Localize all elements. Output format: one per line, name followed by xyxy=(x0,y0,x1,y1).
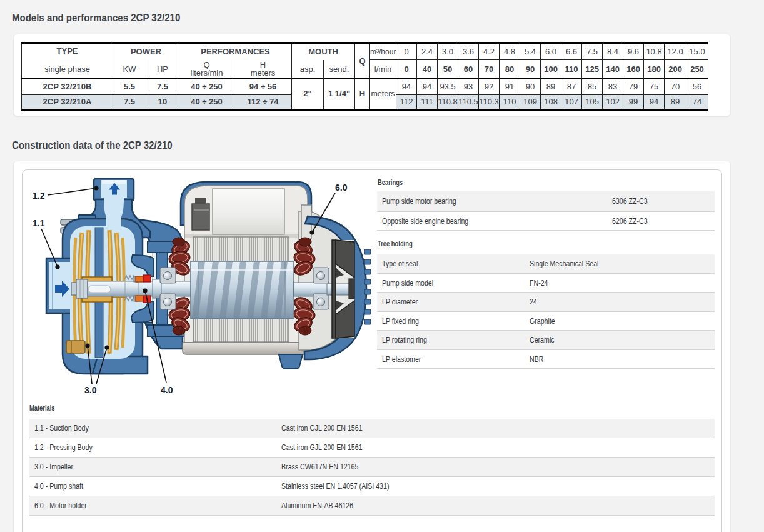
svg-text:4.0: 4.0 xyxy=(161,385,173,395)
svg-text:1.2: 1.2 xyxy=(33,191,45,201)
svg-text:6.0: 6.0 xyxy=(335,183,348,193)
svg-text:3.0: 3.0 xyxy=(84,385,97,395)
svg-text:1.1: 1.1 xyxy=(33,218,45,228)
